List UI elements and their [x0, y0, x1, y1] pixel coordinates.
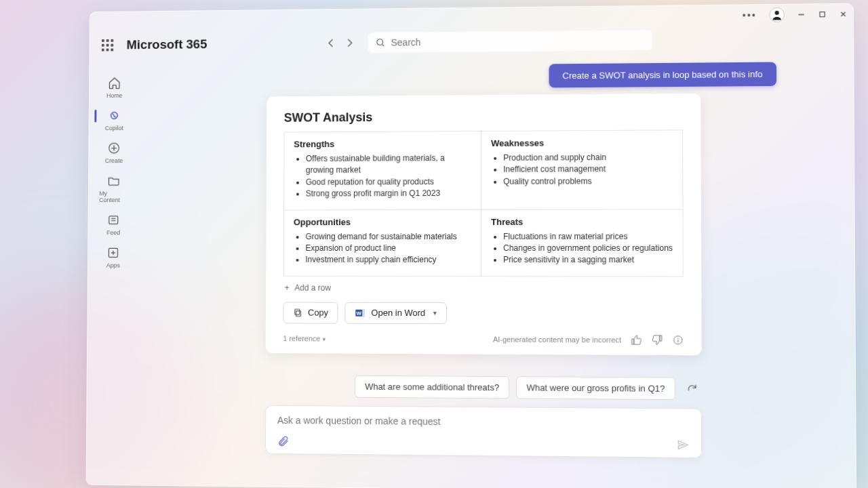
rail-copilot[interactable]: Copilot: [100, 108, 129, 131]
suggestion-chip[interactable]: What are some additional threats?: [355, 375, 509, 399]
swot-opportunities: Opportunities Growing demand for sustain…: [284, 209, 481, 275]
send-icon[interactable]: [677, 439, 690, 451]
nav-back[interactable]: [327, 39, 336, 48]
left-rail: Home Copilot Create My Content Feed: [95, 75, 133, 268]
chevron-down-icon: ▾: [322, 336, 326, 342]
swot-heading: Weaknesses: [491, 138, 673, 148]
thumbs-up-icon[interactable]: [631, 334, 642, 345]
rail-mycontent[interactable]: My Content: [99, 174, 128, 203]
prompt-box[interactable]: [265, 405, 702, 458]
swot-item: Quality control problems: [503, 176, 673, 188]
nav-arrows: [327, 38, 355, 47]
swot-item: Good reputation for quality products: [306, 176, 471, 188]
main-area: Create a SWOT analysis in loop based on …: [139, 62, 834, 486]
swot-weaknesses: Weaknesses Production and supply chain I…: [481, 130, 682, 209]
create-icon: [106, 141, 121, 156]
search-icon: [376, 38, 386, 47]
suggestion-row: What are some additional threats? What w…: [265, 375, 702, 400]
swot-item: Price sensitivity in a sagging market: [503, 254, 673, 266]
disclaimer-text: AI-generated content may be incorrect: [493, 335, 621, 344]
chevron-down-icon: ▾: [433, 309, 437, 317]
app-window: ••• Microsoft 365: [86, 3, 856, 488]
thumbs-down-icon[interactable]: [652, 334, 663, 345]
copy-label: Copy: [308, 308, 328, 318]
svg-line-4: [382, 44, 384, 46]
window-minimize[interactable]: [797, 10, 805, 18]
open-in-word-label: Open in Word: [371, 308, 425, 318]
svg-rect-6: [109, 216, 118, 224]
swot-item: Changes in government policies or regula…: [503, 243, 673, 255]
swot-heading: Opportunities: [294, 217, 471, 227]
suggestion-chip[interactable]: What were our gross profits in Q1?: [516, 376, 675, 400]
refresh-suggestions[interactable]: [682, 379, 702, 399]
svg-point-3: [377, 39, 383, 45]
card-title: SWOT Analysis: [284, 108, 683, 125]
user-message-bubble: Create a SWOT analysis in loop based on …: [549, 62, 776, 88]
search-input[interactable]: [391, 35, 645, 48]
copy-button[interactable]: Copy: [283, 302, 338, 323]
add-row-label: Add a row: [294, 283, 330, 292]
swot-item: Fluctuations in raw material prices: [503, 230, 673, 243]
feed-icon: [106, 213, 121, 228]
word-icon: W: [355, 308, 366, 319]
rail-create[interactable]: Create: [100, 141, 129, 165]
svg-point-0: [775, 11, 779, 15]
rail-label: My Content: [99, 190, 128, 203]
swot-item: Offers sustainable building materials, a…: [306, 152, 471, 177]
rail-home[interactable]: Home: [100, 75, 129, 99]
swot-item: Investment in supply chain efficiency: [305, 254, 471, 266]
rail-label: Create: [105, 157, 123, 164]
swot-item: Production and supply chain: [503, 152, 673, 165]
swot-heading: Threats: [491, 216, 673, 226]
svg-text:W: W: [357, 310, 362, 316]
swot-grid: Strengths Offers sustainable building ma…: [283, 129, 684, 277]
swot-strengths: Strengths Offers sustainable building ma…: [284, 131, 481, 210]
swot-heading: Strengths: [294, 138, 471, 149]
folder-icon: [106, 174, 121, 188]
app-launcher-icon[interactable]: [102, 39, 113, 52]
nav-forward[interactable]: [345, 38, 355, 47]
brand-title: Microsoft 365: [126, 37, 207, 53]
window-close[interactable]: [839, 10, 847, 18]
swot-item: Inefficient cost management: [503, 163, 673, 176]
svg-rect-12: [363, 309, 366, 317]
plus-icon: +: [285, 283, 290, 292]
swot-item: Growing demand for sustainable materials: [305, 231, 471, 243]
attach-icon[interactable]: [277, 435, 290, 447]
more-menu[interactable]: •••: [743, 9, 757, 20]
reference-link[interactable]: 1 reference ▾: [283, 334, 326, 342]
open-in-word-button[interactable]: W Open in Word ▾: [345, 302, 447, 323]
copilot-icon: [107, 108, 121, 123]
swot-threats: Threats Fluctuations in raw material pri…: [481, 209, 683, 276]
rail-label: Apps: [106, 262, 120, 269]
rail-label: Copilot: [105, 125, 123, 131]
card-footer: 1 reference ▾ AI-generated content may b…: [283, 333, 684, 346]
rail-label: Home: [106, 92, 122, 99]
app-header: Microsoft 365: [90, 4, 853, 60]
apps-icon: [106, 245, 120, 260]
svg-rect-2: [820, 12, 825, 17]
user-avatar[interactable]: [769, 7, 785, 22]
window-maximize[interactable]: [818, 10, 826, 18]
copy-icon: [293, 308, 302, 317]
home-icon: [107, 76, 121, 91]
swot-item: Expansion of product line: [305, 243, 471, 254]
prompt-input[interactable]: [277, 415, 690, 429]
card-actions: Copy W Open in Word ▾: [283, 302, 683, 325]
add-row-button[interactable]: + Add a row: [283, 276, 684, 302]
window-titlebar: •••: [743, 7, 848, 23]
response-card: SWOT Analysis Strengths Offers sustainab…: [266, 94, 702, 355]
svg-rect-9: [295, 309, 300, 314]
search-box[interactable]: [368, 29, 654, 54]
rail-feed[interactable]: Feed: [99, 213, 128, 236]
rail-label: Feed: [106, 229, 120, 236]
swot-item: Strong gross profit margin in Q1 2023: [306, 188, 471, 200]
rail-apps[interactable]: Apps: [98, 245, 127, 269]
info-icon[interactable]: [673, 334, 684, 345]
svg-rect-8: [296, 311, 301, 317]
